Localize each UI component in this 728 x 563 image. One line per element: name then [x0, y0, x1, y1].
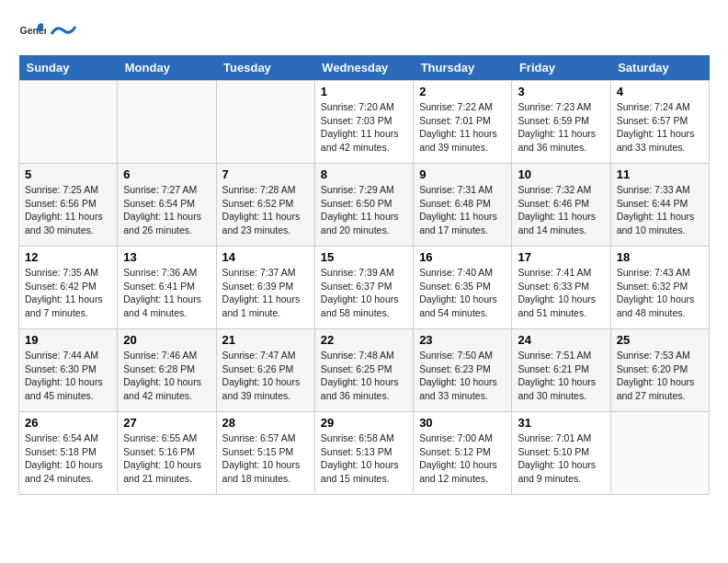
day-info: Sunrise: 7:20 AM Sunset: 7:03 PM Dayligh… [321, 100, 407, 155]
day-info: Sunrise: 7:40 AM Sunset: 6:35 PM Dayligh… [419, 266, 506, 320]
calendar-cell: 29Sunrise: 6:58 AM Sunset: 5:13 PM Dayli… [314, 412, 413, 495]
day-info: Sunrise: 7:27 AM Sunset: 6:54 PM Dayligh… [123, 183, 210, 237]
day-info: Sunrise: 7:39 AM Sunset: 6:37 PM Dayligh… [321, 266, 407, 320]
calendar-cell: 25Sunrise: 7:53 AM Sunset: 6:20 PM Dayli… [610, 329, 709, 412]
day-number: 3 [518, 85, 604, 98]
day-number: 16 [419, 250, 506, 264]
calendar-cell: 11Sunrise: 7:33 AM Sunset: 6:44 PM Dayli… [610, 164, 709, 247]
day-number: 4 [617, 85, 703, 98]
calendar-week-row: 1Sunrise: 7:20 AM Sunset: 7:03 PM Daylig… [19, 81, 710, 164]
day-info: Sunrise: 6:58 AM Sunset: 5:13 PM Dayligh… [321, 431, 407, 486]
calendar-cell: 30Sunrise: 7:00 AM Sunset: 5:12 PM Dayli… [414, 412, 512, 495]
calendar-cell: 23Sunrise: 7:50 AM Sunset: 6:23 PM Dayli… [414, 329, 512, 412]
calendar-cell: 26Sunrise: 6:54 AM Sunset: 5:18 PM Dayli… [19, 412, 118, 495]
calendar-cell: 17Sunrise: 7:41 AM Sunset: 6:33 PM Dayli… [512, 247, 610, 329]
day-info: Sunrise: 7:31 AM Sunset: 6:48 PM Dayligh… [419, 183, 506, 237]
day-number: 31 [518, 416, 604, 430]
day-number: 23 [419, 333, 506, 347]
calendar-cell: 18Sunrise: 7:43 AM Sunset: 6:32 PM Dayli… [610, 247, 709, 329]
calendar-cell: 9Sunrise: 7:31 AM Sunset: 6:48 PM Daylig… [414, 164, 512, 247]
day-info: Sunrise: 7:32 AM Sunset: 6:46 PM Dayligh… [518, 183, 604, 237]
calendar-day-header: Wednesday [314, 55, 413, 81]
day-number: 17 [518, 250, 604, 264]
day-number: 7 [222, 167, 309, 181]
day-info: Sunrise: 7:41 AM Sunset: 6:33 PM Dayligh… [518, 266, 604, 320]
calendar-cell: 15Sunrise: 7:39 AM Sunset: 6:37 PM Dayli… [314, 247, 413, 329]
day-number: 2 [419, 85, 506, 98]
day-number: 14 [222, 250, 309, 264]
day-info: Sunrise: 7:36 AM Sunset: 6:41 PM Dayligh… [123, 266, 210, 320]
day-number: 29 [321, 416, 407, 430]
calendar-cell: 12Sunrise: 7:35 AM Sunset: 6:42 PM Dayli… [19, 247, 118, 329]
day-number: 15 [321, 250, 407, 264]
calendar-week-row: 12Sunrise: 7:35 AM Sunset: 6:42 PM Dayli… [19, 247, 710, 329]
calendar-cell [118, 81, 216, 164]
day-info: Sunrise: 6:55 AM Sunset: 5:16 PM Dayligh… [123, 431, 210, 486]
day-info: Sunrise: 7:00 AM Sunset: 5:12 PM Dayligh… [419, 431, 506, 486]
day-number: 12 [25, 250, 111, 264]
calendar-header-row: SundayMondayTuesdayWednesdayThursdayFrid… [19, 55, 710, 81]
calendar-cell: 10Sunrise: 7:32 AM Sunset: 6:46 PM Dayli… [512, 164, 610, 247]
day-info: Sunrise: 7:35 AM Sunset: 6:42 PM Dayligh… [25, 266, 111, 320]
calendar-cell: 3Sunrise: 7:23 AM Sunset: 6:59 PM Daylig… [512, 81, 610, 164]
calendar-day-header: Monday [118, 55, 216, 81]
day-info: Sunrise: 7:22 AM Sunset: 7:01 PM Dayligh… [419, 100, 506, 155]
day-info: Sunrise: 7:48 AM Sunset: 6:25 PM Dayligh… [321, 349, 407, 403]
calendar-cell [19, 81, 118, 164]
calendar-cell [610, 412, 709, 495]
calendar-cell: 8Sunrise: 7:29 AM Sunset: 6:50 PM Daylig… [314, 164, 413, 247]
day-number: 18 [617, 250, 703, 264]
calendar-cell: 20Sunrise: 7:46 AM Sunset: 6:28 PM Dayli… [118, 329, 216, 412]
day-number: 24 [518, 333, 604, 347]
day-number: 19 [25, 333, 111, 347]
calendar-cell: 28Sunrise: 6:57 AM Sunset: 5:15 PM Dayli… [216, 412, 314, 495]
day-number: 1 [321, 85, 407, 98]
day-info: Sunrise: 7:23 AM Sunset: 6:59 PM Dayligh… [518, 100, 604, 155]
calendar-cell: 31Sunrise: 7:01 AM Sunset: 5:10 PM Dayli… [512, 412, 610, 495]
day-info: Sunrise: 7:50 AM Sunset: 6:23 PM Dayligh… [419, 349, 506, 403]
day-info: Sunrise: 7:24 AM Sunset: 6:57 PM Dayligh… [617, 100, 703, 155]
calendar-cell: 19Sunrise: 7:44 AM Sunset: 6:30 PM Dayli… [19, 329, 118, 412]
calendar-cell: 27Sunrise: 6:55 AM Sunset: 5:16 PM Dayli… [118, 412, 216, 495]
day-info: Sunrise: 6:57 AM Sunset: 5:15 PM Dayligh… [222, 431, 309, 486]
calendar-cell [216, 81, 314, 164]
calendar-cell: 1Sunrise: 7:20 AM Sunset: 7:03 PM Daylig… [314, 81, 413, 164]
logo: General [18, 18, 77, 46]
calendar-cell: 22Sunrise: 7:48 AM Sunset: 6:25 PM Dayli… [314, 329, 413, 412]
calendar-cell: 6Sunrise: 7:27 AM Sunset: 6:54 PM Daylig… [118, 164, 216, 247]
day-number: 8 [321, 167, 407, 181]
logo-icon: General [18, 18, 46, 46]
day-number: 28 [222, 416, 309, 430]
day-number: 30 [419, 416, 506, 430]
day-number: 21 [222, 333, 309, 347]
calendar-week-row: 5Sunrise: 7:25 AM Sunset: 6:56 PM Daylig… [19, 164, 710, 247]
day-number: 22 [321, 333, 407, 347]
day-info: Sunrise: 7:44 AM Sunset: 6:30 PM Dayligh… [25, 349, 111, 403]
calendar-day-header: Saturday [610, 55, 709, 81]
day-info: Sunrise: 7:51 AM Sunset: 6:21 PM Dayligh… [518, 349, 604, 403]
calendar-cell: 16Sunrise: 7:40 AM Sunset: 6:35 PM Dayli… [414, 247, 512, 329]
day-info: Sunrise: 7:29 AM Sunset: 6:50 PM Dayligh… [321, 183, 407, 237]
day-number: 10 [518, 167, 604, 181]
day-number: 6 [123, 167, 210, 181]
page-header: General [18, 18, 710, 46]
day-number: 5 [25, 167, 111, 181]
day-info: Sunrise: 7:47 AM Sunset: 6:26 PM Dayligh… [222, 349, 309, 403]
logo-wave-icon [50, 21, 77, 40]
day-info: Sunrise: 7:46 AM Sunset: 6:28 PM Dayligh… [123, 349, 210, 403]
calendar-cell: 24Sunrise: 7:51 AM Sunset: 6:21 PM Dayli… [512, 329, 610, 412]
calendar-week-row: 26Sunrise: 6:54 AM Sunset: 5:18 PM Dayli… [19, 412, 710, 495]
day-info: Sunrise: 7:43 AM Sunset: 6:32 PM Dayligh… [617, 266, 703, 320]
day-number: 11 [617, 167, 703, 181]
day-info: Sunrise: 7:01 AM Sunset: 5:10 PM Dayligh… [518, 431, 604, 486]
day-info: Sunrise: 6:54 AM Sunset: 5:18 PM Dayligh… [25, 431, 111, 486]
day-info: Sunrise: 7:25 AM Sunset: 6:56 PM Dayligh… [25, 183, 111, 237]
day-number: 13 [123, 250, 210, 264]
calendar-cell: 5Sunrise: 7:25 AM Sunset: 6:56 PM Daylig… [19, 164, 118, 247]
day-info: Sunrise: 7:33 AM Sunset: 6:44 PM Dayligh… [617, 183, 703, 237]
day-info: Sunrise: 7:28 AM Sunset: 6:52 PM Dayligh… [222, 183, 309, 237]
day-number: 9 [419, 167, 506, 181]
day-number: 26 [25, 416, 111, 430]
calendar-table: SundayMondayTuesdayWednesdayThursdayFrid… [18, 55, 710, 495]
day-number: 25 [617, 333, 703, 347]
